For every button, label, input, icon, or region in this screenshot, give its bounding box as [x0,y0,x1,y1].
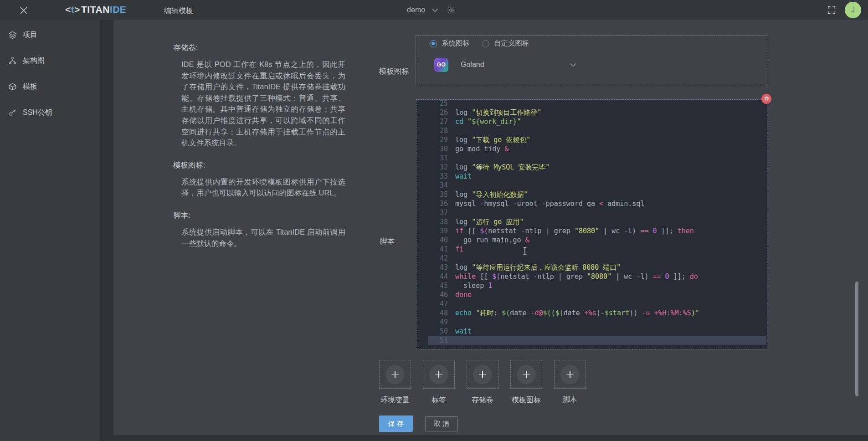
add-section-buttons: 环境变量 标签 存储卷 模板图标 脚本 [379,360,586,405]
workspace-name: demo [407,6,425,14]
desc-body-volumes: IDE 是以 POD 工作在 K8s 节点之上的，因此开发环境内修改过文件在重启… [173,59,345,149]
code-line: 36mysql -hmysql -uroot -ppassword ga < a… [417,199,766,208]
add-template-icon-button[interactable] [510,360,542,389]
sidebar-item-templates[interactable]: 模板 [0,76,100,98]
code-line: 27cd "${work_dir}" [417,117,766,126]
add-env-var: 环境变量 [379,360,411,405]
logo-ide: IDE [110,4,127,15]
line-number: 44 [417,272,448,281]
line-number: 38 [417,217,448,226]
code-line: 48echo "耗时: $(date -d@$(($(date +%s)-$st… [417,308,766,318]
icon-select-value: Goland [461,61,484,69]
radio-label: 自定义图标 [494,39,529,48]
code-line: 25 [417,100,766,108]
add-button-label: 脚本 [554,395,586,405]
line-number: 29 [417,135,448,144]
line-number: 25 [417,100,448,108]
sidebar-item-label: SSH公钥 [23,108,52,118]
sidebar-item-projects[interactable]: 项目 [0,24,100,46]
desc-heading-icon: 模板图标: [173,160,345,170]
code-line: 37 [417,208,766,217]
sidebar-item-ssh-keys[interactable]: SSH公钥 [0,102,100,124]
radio-circle [430,40,437,47]
delete-script-button[interactable] [761,94,771,104]
line-number: 28 [417,126,448,135]
add-script-button[interactable] [554,360,586,389]
code-line: 44while [[ $(netstat -ntlp | grep "8080"… [417,272,766,281]
sidebar-item-label: 模板 [23,82,37,92]
add-tag: 标签 [423,360,455,405]
code-line: 47 [417,299,766,308]
close-icon[interactable] [18,5,29,16]
plus-icon [473,365,492,384]
add-button-label: 存储卷 [467,395,498,405]
line-number: 41 [417,245,448,254]
fullscreen-icon[interactable] [827,5,837,15]
code-line: 50wait [417,327,766,336]
line-number: 27 [417,117,448,126]
code-line: 34 [417,181,766,190]
help-description: 存储卷: IDE 是以 POD 工作在 K8s 节点之上的，因此开发环境内修改过… [173,43,345,261]
sidebar-item-architecture[interactable]: 架构图 [0,50,100,72]
code-line: 49 [417,318,766,327]
add-tag-button[interactable] [423,360,455,389]
save-button[interactable]: 保 存 [379,415,413,432]
code-line: 42 [417,254,766,263]
line-number: 40 [417,236,448,245]
add-template-icon: 模板图标 [510,360,542,405]
code-line: 32log "等待 MySQL 安装完毕" [417,163,766,172]
add-volume-button[interactable] [467,360,498,389]
app-logo: <t>TITANIDE [65,4,126,15]
code-line: 33wait [417,172,766,181]
add-button-label: 环境变量 [379,395,411,405]
content-panel: 存储卷: IDE 是以 POD 工作在 K8s 节点之上的，因此开发环境内修改过… [113,20,868,435]
code-line: 28 [417,126,766,135]
sidebar-item-label: 架构图 [23,56,45,66]
line-number: 35 [417,190,448,199]
goland-icon: GO [434,58,448,72]
page-scrollbar[interactable] [855,282,858,396]
line-number: 43 [417,263,448,272]
radio-custom-icon[interactable]: 自定义图标 [482,39,529,48]
avatar[interactable]: J [845,2,861,18]
template-icon-field-label: 模板图标 [379,67,409,77]
icon-select-dropdown[interactable]: GO Goland [434,55,589,74]
line-number: 46 [417,290,448,299]
line-number: 31 [417,154,448,163]
line-number: 45 [417,281,448,290]
sidebar: 项目 架构图 模板 SSH公钥 [0,20,100,441]
line-number: 39 [417,226,448,236]
gear-icon[interactable] [446,5,455,15]
key-icon [8,108,17,117]
page-title: 编辑模板 [164,6,193,16]
plus-icon [429,365,448,384]
icon-source-radio-group: 系统图标 自定义图标 [430,39,529,48]
desc-heading-volumes: 存储卷: [173,43,345,53]
add-script: 脚本 [554,360,586,405]
radio-label: 系统图标 [442,39,470,48]
line-number: 26 [417,108,448,117]
workspace-selector[interactable]: demo [407,6,438,14]
line-number: 48 [417,308,448,318]
desc-heading-script: 脚本: [173,210,345,220]
code-line: 43log "等待应用运行起来后，应该会监听 8080 端口" [417,263,766,272]
plus-icon [560,365,580,384]
code-line: 31 [417,154,766,163]
code-line: 41fi [417,245,766,254]
radio-system-icon[interactable]: 系统图标 [430,39,470,48]
line-number: 33 [417,172,448,181]
script-editor[interactable]: 2526log "切换到项目工作路径"27cd "${work_dir}"282… [416,99,767,349]
code-line: 35log "导入初始化数据" [417,190,766,199]
layers-icon [8,31,17,39]
line-number: 49 [417,318,448,327]
cancel-button[interactable]: 取 消 [425,416,458,431]
code-line: 30go mod tidy & [417,144,766,154]
line-number: 51 [417,336,448,345]
topbar-center: demo [407,0,455,20]
add-env-var-button[interactable] [379,360,411,389]
code-line: 51 [417,336,766,345]
sidebar-item-label: 项目 [23,30,37,40]
code-line: 46done [417,290,766,299]
line-number: 42 [417,254,448,263]
cube-icon [8,82,17,91]
